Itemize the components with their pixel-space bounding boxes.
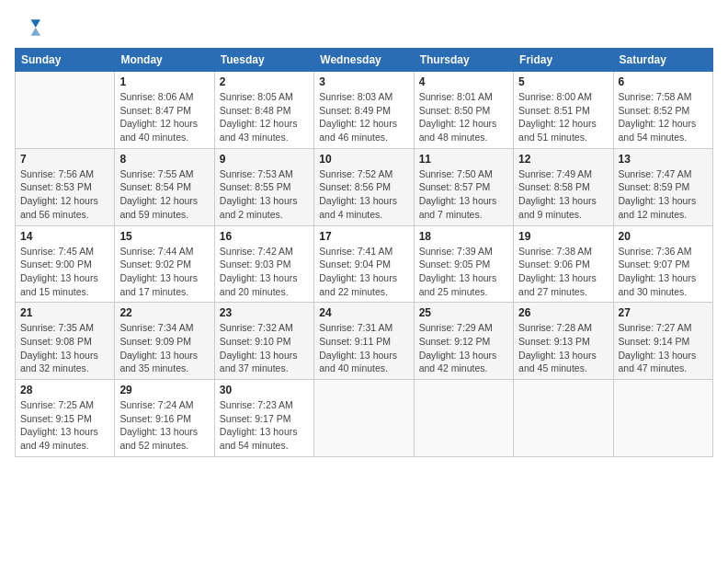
daylight-text: Daylight: 13 hours and 22 minutes.	[319, 272, 397, 297]
calendar-week-row: 21 Sunrise: 7:35 AM Sunset: 9:08 PM Dayl…	[16, 303, 713, 380]
calendar-week-row: 14 Sunrise: 7:45 AM Sunset: 9:00 PM Dayl…	[16, 225, 713, 303]
sunrise-text: Sunrise: 7:31 AM	[319, 322, 392, 333]
day-number: 16	[220, 230, 309, 243]
day-info: Sunrise: 8:01 AM Sunset: 8:50 PM Dayligh…	[419, 90, 508, 144]
day-number: 15	[119, 230, 209, 243]
calendar-cell: 15 Sunrise: 7:44 AM Sunset: 9:02 PM Dayl…	[115, 225, 214, 303]
sunrise-text: Sunrise: 7:53 AM	[220, 168, 293, 179]
sunset-text: Sunset: 8:59 PM	[619, 181, 690, 192]
day-info: Sunrise: 7:56 AM Sunset: 8:53 PM Dayligh…	[20, 167, 109, 222]
day-number: 27	[619, 306, 708, 319]
day-info: Sunrise: 7:32 AM Sunset: 9:10 PM Dayligh…	[220, 321, 309, 375]
sunrise-text: Sunrise: 8:06 AM	[119, 91, 193, 102]
sunset-text: Sunset: 8:58 PM	[518, 181, 590, 192]
sunset-text: Sunset: 8:50 PM	[419, 105, 491, 116]
day-info: Sunrise: 7:39 AM Sunset: 9:05 PM Dayligh…	[419, 245, 508, 299]
day-number: 10	[319, 153, 408, 166]
daylight-text: Daylight: 13 hours and 12 minutes.	[619, 195, 697, 220]
sunset-text: Sunset: 9:00 PM	[20, 259, 92, 270]
sunset-text: Sunset: 9:07 PM	[619, 259, 690, 270]
sunrise-text: Sunrise: 7:56 AM	[20, 168, 94, 179]
svg-marker-1	[31, 28, 41, 36]
day-info: Sunrise: 7:42 AM Sunset: 9:03 PM Dayligh…	[220, 245, 309, 299]
day-number: 4	[419, 75, 508, 88]
sunrise-text: Sunrise: 7:38 AM	[518, 246, 592, 257]
sunset-text: Sunset: 8:52 PM	[619, 105, 690, 116]
daylight-text: Daylight: 12 hours and 59 minutes.	[119, 195, 198, 220]
calendar-cell: 22 Sunrise: 7:34 AM Sunset: 9:09 PM Dayl…	[115, 303, 214, 380]
daylight-text: Daylight: 13 hours and 27 minutes.	[518, 272, 597, 297]
svg-marker-0	[31, 19, 41, 28]
sunset-text: Sunset: 9:04 PM	[319, 259, 391, 270]
calendar-cell	[16, 72, 115, 149]
sunset-text: Sunset: 8:47 PM	[119, 105, 191, 116]
calendar-cell: 12 Sunrise: 7:49 AM Sunset: 8:58 PM Dayl…	[514, 148, 613, 225]
daylight-text: Daylight: 12 hours and 46 minutes.	[319, 118, 397, 143]
sunrise-text: Sunrise: 8:05 AM	[220, 91, 293, 102]
day-number: 12	[518, 153, 608, 166]
sunset-text: Sunset: 8:57 PM	[419, 181, 491, 192]
sunrise-text: Sunrise: 7:42 AM	[220, 246, 293, 257]
calendar-week-row: 28 Sunrise: 7:25 AM Sunset: 9:15 PM Dayl…	[16, 380, 713, 457]
daylight-text: Daylight: 12 hours and 43 minutes.	[220, 118, 298, 143]
calendar-cell: 26 Sunrise: 7:28 AM Sunset: 9:13 PM Dayl…	[514, 303, 613, 380]
daylight-text: Daylight: 13 hours and 35 minutes.	[119, 350, 198, 374]
sunrise-text: Sunrise: 7:55 AM	[119, 168, 193, 179]
day-number: 13	[619, 153, 708, 166]
weekday-header-row: SundayMondayTuesdayWednesdayThursdayFrid…	[16, 49, 713, 72]
sunset-text: Sunset: 9:14 PM	[619, 336, 690, 347]
sunrise-text: Sunrise: 7:24 AM	[119, 399, 193, 410]
sunset-text: Sunset: 9:17 PM	[220, 413, 291, 424]
sunrise-text: Sunrise: 7:23 AM	[220, 399, 293, 410]
calendar-cell: 4 Sunrise: 8:01 AM Sunset: 8:50 PM Dayli…	[414, 72, 513, 149]
sunrise-text: Sunrise: 7:39 AM	[419, 246, 493, 257]
day-info: Sunrise: 7:35 AM Sunset: 9:08 PM Dayligh…	[20, 321, 109, 375]
daylight-text: Daylight: 13 hours and 52 minutes.	[119, 426, 198, 451]
day-number: 17	[319, 230, 408, 243]
sunset-text: Sunset: 9:05 PM	[419, 259, 491, 270]
logo	[15, 15, 44, 40]
sunset-text: Sunset: 8:49 PM	[319, 105, 391, 116]
sunrise-text: Sunrise: 7:45 AM	[20, 246, 94, 257]
calendar-cell: 13 Sunrise: 7:47 AM Sunset: 8:59 PM Dayl…	[613, 148, 712, 225]
day-info: Sunrise: 7:25 AM Sunset: 9:15 PM Dayligh…	[20, 398, 109, 453]
day-info: Sunrise: 7:36 AM Sunset: 9:07 PM Dayligh…	[619, 245, 708, 299]
daylight-text: Daylight: 13 hours and 32 minutes.	[20, 350, 98, 374]
calendar-cell	[514, 380, 613, 457]
daylight-text: Daylight: 12 hours and 51 minutes.	[518, 118, 597, 143]
weekday-header-monday: Monday	[115, 49, 214, 72]
sunrise-text: Sunrise: 7:25 AM	[20, 399, 94, 410]
day-info: Sunrise: 7:49 AM Sunset: 8:58 PM Dayligh…	[518, 167, 608, 222]
day-info: Sunrise: 7:45 AM Sunset: 9:00 PM Dayligh…	[20, 245, 109, 299]
daylight-text: Daylight: 13 hours and 7 minutes.	[419, 195, 497, 220]
day-number: 24	[319, 306, 408, 319]
daylight-text: Daylight: 13 hours and 37 minutes.	[220, 350, 298, 374]
day-info: Sunrise: 7:58 AM Sunset: 8:52 PM Dayligh…	[619, 90, 708, 144]
day-info: Sunrise: 7:52 AM Sunset: 8:56 PM Dayligh…	[319, 167, 408, 222]
sunrise-text: Sunrise: 7:58 AM	[619, 91, 692, 102]
sunset-text: Sunset: 9:10 PM	[220, 336, 291, 347]
weekday-header-sunday: Sunday	[16, 49, 115, 72]
calendar-cell: 18 Sunrise: 7:39 AM Sunset: 9:05 PM Dayl…	[414, 225, 513, 303]
day-number: 26	[518, 306, 608, 319]
sunrise-text: Sunrise: 7:41 AM	[319, 246, 392, 257]
daylight-text: Daylight: 13 hours and 15 minutes.	[20, 272, 98, 297]
day-info: Sunrise: 7:41 AM Sunset: 9:04 PM Dayligh…	[319, 245, 408, 299]
calendar-cell: 2 Sunrise: 8:05 AM Sunset: 8:48 PM Dayli…	[214, 72, 313, 149]
sunrise-text: Sunrise: 7:52 AM	[319, 168, 392, 179]
calendar-cell: 11 Sunrise: 7:50 AM Sunset: 8:57 PM Dayl…	[414, 148, 513, 225]
weekday-header-saturday: Saturday	[613, 49, 712, 72]
sunrise-text: Sunrise: 8:00 AM	[518, 91, 592, 102]
sunrise-text: Sunrise: 7:47 AM	[619, 168, 692, 179]
sunset-text: Sunset: 8:55 PM	[220, 181, 291, 192]
calendar-cell: 30 Sunrise: 7:23 AM Sunset: 9:17 PM Dayl…	[214, 380, 313, 457]
calendar-cell: 14 Sunrise: 7:45 AM Sunset: 9:00 PM Dayl…	[16, 225, 115, 303]
calendar-cell: 7 Sunrise: 7:56 AM Sunset: 8:53 PM Dayli…	[16, 148, 115, 225]
calendar-cell: 9 Sunrise: 7:53 AM Sunset: 8:55 PM Dayli…	[214, 148, 313, 225]
day-info: Sunrise: 7:31 AM Sunset: 9:11 PM Dayligh…	[319, 321, 408, 375]
daylight-text: Daylight: 13 hours and 2 minutes.	[220, 195, 298, 220]
daylight-text: Daylight: 13 hours and 42 minutes.	[419, 350, 497, 374]
day-number: 21	[20, 306, 109, 319]
weekday-header-tuesday: Tuesday	[214, 49, 313, 72]
day-number: 30	[220, 384, 309, 396]
